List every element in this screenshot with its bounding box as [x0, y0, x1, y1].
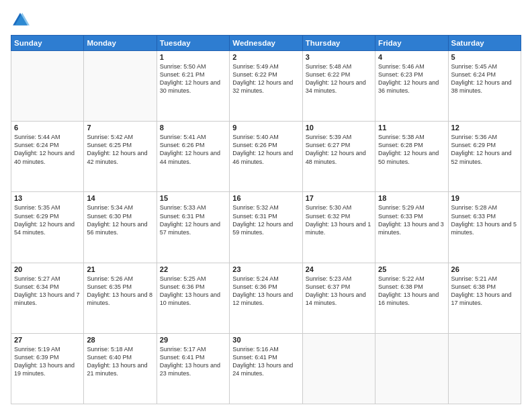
calendar-cell: 3Sunrise: 5:48 AM Sunset: 6:22 PM Daylig… [302, 51, 375, 122]
day-number: 20 [14, 265, 81, 273]
calendar-cell: 4Sunrise: 5:46 AM Sunset: 6:23 PM Daylig… [375, 51, 448, 122]
day-info: Sunrise: 5:41 AM Sunset: 6:26 PM Dayligh… [160, 133, 226, 166]
calendar-cell: 24Sunrise: 5:23 AM Sunset: 6:37 PM Dayli… [302, 263, 375, 333]
day-number: 13 [14, 194, 81, 202]
calendar-cell: 19Sunrise: 5:28 AM Sunset: 6:33 PM Dayli… [448, 192, 521, 263]
day-number: 6 [14, 124, 81, 132]
calendar-cell: 7Sunrise: 5:42 AM Sunset: 6:25 PM Daylig… [84, 122, 157, 192]
calendar-cell: 27Sunrise: 5:19 AM Sunset: 6:39 PM Dayli… [11, 333, 84, 404]
calendar-cell [448, 333, 521, 404]
calendar-cell: 5Sunrise: 5:45 AM Sunset: 6:24 PM Daylig… [448, 51, 521, 122]
calendar-cell: 9Sunrise: 5:40 AM Sunset: 6:26 PM Daylig… [230, 122, 302, 192]
calendar-week-row: 20Sunrise: 5:27 AM Sunset: 6:34 PM Dayli… [11, 263, 521, 333]
calendar-cell: 20Sunrise: 5:27 AM Sunset: 6:34 PM Dayli… [11, 263, 84, 333]
day-info: Sunrise: 5:22 AM Sunset: 6:38 PM Dayligh… [378, 275, 445, 308]
calendar-cell: 2Sunrise: 5:49 AM Sunset: 6:22 PM Daylig… [230, 51, 302, 122]
day-info: Sunrise: 5:46 AM Sunset: 6:23 PM Dayligh… [378, 62, 445, 95]
calendar-week-row: 13Sunrise: 5:35 AM Sunset: 6:29 PM Dayli… [11, 192, 521, 263]
day-info: Sunrise: 5:16 AM Sunset: 6:41 PM Dayligh… [232, 345, 299, 378]
calendar-cell [11, 51, 84, 122]
calendar-cell: 6Sunrise: 5:44 AM Sunset: 6:24 PM Daylig… [11, 122, 84, 192]
day-info: Sunrise: 5:40 AM Sunset: 6:26 PM Dayligh… [232, 133, 299, 166]
day-info: Sunrise: 5:23 AM Sunset: 6:37 PM Dayligh… [306, 275, 372, 308]
day-number: 14 [87, 194, 153, 202]
page: SundayMondayTuesdayWednesdayThursdayFrid… [0, 0, 532, 411]
weekday-header: Friday [375, 36, 448, 51]
calendar-cell: 14Sunrise: 5:34 AM Sunset: 6:30 PM Dayli… [84, 192, 157, 263]
day-number: 26 [451, 265, 518, 273]
calendar-cell: 21Sunrise: 5:26 AM Sunset: 6:35 PM Dayli… [84, 263, 157, 333]
day-info: Sunrise: 5:45 AM Sunset: 6:24 PM Dayligh… [451, 62, 518, 95]
day-number: 21 [87, 265, 153, 273]
day-number: 2 [232, 53, 299, 61]
header [11, 11, 521, 30]
calendar-week-row: 6Sunrise: 5:44 AM Sunset: 6:24 PM Daylig… [11, 122, 521, 192]
day-number: 5 [451, 53, 518, 61]
weekday-header: Thursday [302, 36, 375, 51]
day-info: Sunrise: 5:27 AM Sunset: 6:34 PM Dayligh… [14, 275, 81, 308]
day-number: 22 [160, 265, 226, 273]
calendar-cell: 16Sunrise: 5:32 AM Sunset: 6:31 PM Dayli… [230, 192, 302, 263]
calendar-cell: 23Sunrise: 5:24 AM Sunset: 6:36 PM Dayli… [230, 263, 302, 333]
calendar-cell: 25Sunrise: 5:22 AM Sunset: 6:38 PM Dayli… [375, 263, 448, 333]
day-number: 24 [306, 265, 372, 273]
day-info: Sunrise: 5:35 AM Sunset: 6:29 PM Dayligh… [14, 203, 81, 236]
day-info: Sunrise: 5:25 AM Sunset: 6:36 PM Dayligh… [160, 275, 226, 308]
day-info: Sunrise: 5:42 AM Sunset: 6:25 PM Dayligh… [87, 133, 153, 166]
day-info: Sunrise: 5:19 AM Sunset: 6:39 PM Dayligh… [14, 345, 81, 378]
day-info: Sunrise: 5:24 AM Sunset: 6:36 PM Dayligh… [232, 275, 299, 308]
weekday-header: Sunday [11, 36, 84, 51]
weekday-header: Saturday [448, 36, 521, 51]
weekday-header: Wednesday [230, 36, 302, 51]
day-number: 1 [160, 53, 226, 61]
day-info: Sunrise: 5:21 AM Sunset: 6:38 PM Dayligh… [451, 275, 518, 308]
day-info: Sunrise: 5:33 AM Sunset: 6:31 PM Dayligh… [160, 203, 226, 236]
calendar-cell [302, 333, 375, 404]
day-number: 16 [232, 194, 299, 202]
day-number: 7 [87, 124, 153, 132]
day-number: 19 [451, 194, 518, 202]
day-number: 28 [87, 336, 153, 344]
day-info: Sunrise: 5:44 AM Sunset: 6:24 PM Dayligh… [14, 133, 81, 166]
day-info: Sunrise: 5:17 AM Sunset: 6:41 PM Dayligh… [160, 345, 226, 378]
day-info: Sunrise: 5:36 AM Sunset: 6:29 PM Dayligh… [451, 133, 518, 166]
calendar-cell: 30Sunrise: 5:16 AM Sunset: 6:41 PM Dayli… [230, 333, 302, 404]
calendar-week-row: 27Sunrise: 5:19 AM Sunset: 6:39 PM Dayli… [11, 333, 521, 404]
logo-icon [11, 11, 30, 30]
day-info: Sunrise: 5:30 AM Sunset: 6:32 PM Dayligh… [306, 203, 372, 236]
day-info: Sunrise: 5:50 AM Sunset: 6:21 PM Dayligh… [160, 62, 226, 95]
day-number: 15 [160, 194, 226, 202]
day-number: 11 [378, 124, 445, 132]
day-info: Sunrise: 5:48 AM Sunset: 6:22 PM Dayligh… [306, 62, 372, 95]
day-number: 29 [160, 336, 226, 344]
calendar-cell: 26Sunrise: 5:21 AM Sunset: 6:38 PM Dayli… [448, 263, 521, 333]
weekday-header: Tuesday [157, 36, 229, 51]
calendar-cell: 29Sunrise: 5:17 AM Sunset: 6:41 PM Dayli… [157, 333, 229, 404]
day-number: 30 [232, 336, 299, 344]
day-number: 3 [306, 53, 372, 61]
calendar-cell: 12Sunrise: 5:36 AM Sunset: 6:29 PM Dayli… [448, 122, 521, 192]
day-number: 25 [378, 265, 445, 273]
day-number: 18 [378, 194, 445, 202]
day-number: 27 [14, 336, 81, 344]
calendar-cell: 17Sunrise: 5:30 AM Sunset: 6:32 PM Dayli… [302, 192, 375, 263]
day-number: 17 [306, 194, 372, 202]
calendar-cell [84, 51, 157, 122]
day-info: Sunrise: 5:18 AM Sunset: 6:40 PM Dayligh… [87, 345, 153, 378]
day-info: Sunrise: 5:38 AM Sunset: 6:28 PM Dayligh… [378, 133, 445, 166]
calendar-cell: 11Sunrise: 5:38 AM Sunset: 6:28 PM Dayli… [375, 122, 448, 192]
day-info: Sunrise: 5:28 AM Sunset: 6:33 PM Dayligh… [451, 203, 518, 236]
calendar-cell: 10Sunrise: 5:39 AM Sunset: 6:27 PM Dayli… [302, 122, 375, 192]
day-info: Sunrise: 5:26 AM Sunset: 6:35 PM Dayligh… [87, 275, 153, 308]
day-number: 23 [232, 265, 299, 273]
calendar-cell: 13Sunrise: 5:35 AM Sunset: 6:29 PM Dayli… [11, 192, 84, 263]
calendar-cell: 28Sunrise: 5:18 AM Sunset: 6:40 PM Dayli… [84, 333, 157, 404]
day-number: 4 [378, 53, 445, 61]
weekday-header-row: SundayMondayTuesdayWednesdayThursdayFrid… [11, 36, 521, 51]
day-info: Sunrise: 5:49 AM Sunset: 6:22 PM Dayligh… [232, 62, 299, 95]
calendar-cell: 15Sunrise: 5:33 AM Sunset: 6:31 PM Dayli… [157, 192, 229, 263]
calendar-week-row: 1Sunrise: 5:50 AM Sunset: 6:21 PM Daylig… [11, 51, 521, 122]
day-number: 12 [451, 124, 518, 132]
day-info: Sunrise: 5:39 AM Sunset: 6:27 PM Dayligh… [306, 133, 372, 166]
calendar-cell [375, 333, 448, 404]
